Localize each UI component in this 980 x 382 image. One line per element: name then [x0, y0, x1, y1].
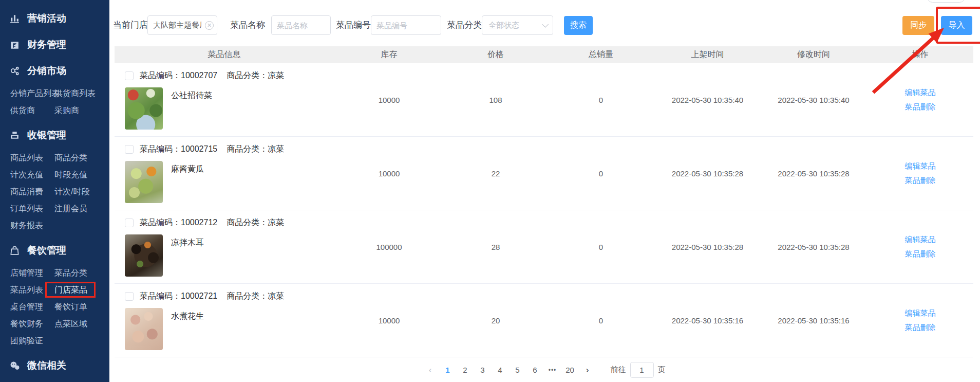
row-checkbox[interactable]	[125, 219, 134, 227]
dish-name: 凉拌木耳	[171, 238, 204, 277]
delete-dish-link[interactable]: 菜品删除	[905, 176, 936, 186]
delete-dish-link[interactable]: 菜品删除	[905, 102, 936, 112]
dish-info-cell: 菜品编码：10002707商品分类：凉菜 公社招待菜	[115, 63, 334, 136]
sidebar-item[interactable]: 餐饮订单	[54, 298, 109, 315]
table-header-row: 菜品信息 库存 价格 总销量 上架时间 修改时间 操作	[115, 46, 973, 63]
dish-photo	[125, 161, 163, 203]
row-checkbox[interactable]	[125, 145, 134, 154]
edit-dish-link[interactable]: 编辑菜品	[905, 161, 936, 171]
edit-dish-link[interactable]: 编辑菜品	[905, 88, 936, 98]
dish-code-input[interactable]	[371, 15, 441, 35]
chevron-right-icon[interactable]: ›	[580, 362, 595, 378]
sidebar-item[interactable]: 餐饮财务	[10, 315, 54, 332]
dish-name-input[interactable]	[271, 15, 331, 35]
red-highlight-box[interactable]: 门店菜品	[45, 282, 96, 298]
page-button-2[interactable]: 2	[458, 362, 473, 378]
sidebar-item[interactable]: 时段充值	[54, 166, 109, 183]
sidebar-item[interactable]: 粉丝管理	[54, 379, 109, 382]
modified-time-cell: 2022-05-30 10:35:28	[760, 137, 867, 210]
dish-code: 10002712	[181, 218, 217, 227]
listed-time-cell: 2022-05-30 10:35:28	[655, 137, 760, 210]
sidebar-section-label: 分销市场	[27, 64, 66, 78]
more-pages-icon[interactable]: •••	[545, 362, 560, 378]
page-button-3[interactable]: 3	[475, 362, 491, 378]
sidebar-section-label: 收银管理	[27, 129, 66, 142]
dish-code: 10002707	[181, 71, 217, 80]
delete-dish-link[interactable]: 菜品删除	[905, 249, 936, 259]
price-cell: 22	[444, 137, 547, 210]
sidebar-section-distribution[interactable]: 分销市场	[0, 58, 109, 84]
import-button[interactable]: 导入	[941, 16, 972, 35]
restaurant-bag-icon	[9, 245, 20, 256]
sidebar-section-label: 餐饮管理	[27, 244, 66, 257]
row-checkbox[interactable]	[125, 71, 134, 80]
sidebar-section-finance[interactable]: 财务管理	[0, 31, 109, 58]
table-row: 菜品编码：10002715商品分类：凉菜 麻酱黄瓜 10000 22 0 202…	[115, 137, 973, 210]
sidebar-section-label: 微信相关	[27, 359, 66, 372]
sidebar-item[interactable]: 财务报表	[10, 217, 54, 234]
sidebar-item-store-dishes[interactable]: 门店菜品	[54, 281, 109, 298]
category-select[interactable]: 全部状态	[482, 15, 553, 35]
chevron-left-icon[interactable]: ‹	[423, 362, 438, 378]
sidebar-items-distribution: 分销产品列表 供货商列表 供货商 采购商	[0, 84, 109, 122]
delete-dish-link[interactable]: 菜品删除	[905, 323, 936, 333]
sidebar-item[interactable]: 采购商	[54, 102, 109, 119]
price-cell: 28	[444, 210, 547, 283]
price-cell: 108	[444, 63, 547, 136]
sidebar-section-cashier[interactable]: 收银管理	[0, 122, 109, 148]
dish-info-cell: 菜品编码：10002715商品分类：凉菜 麻酱黄瓜	[115, 137, 334, 210]
sales-cell: 0	[547, 210, 655, 283]
page-button-1[interactable]: 1	[440, 362, 456, 378]
sales-cell: 0	[547, 284, 655, 357]
finance-icon	[9, 40, 20, 50]
sidebar-item[interactable]: 注册会员	[54, 200, 109, 217]
clear-store-icon[interactable]: ✕	[205, 21, 214, 30]
cashier-icon	[9, 130, 20, 141]
sidebar-section-label: 财务管理	[27, 38, 66, 51]
dish-code-prefix: 菜品编码：	[140, 71, 181, 80]
sidebar-section-restaurant[interactable]: 餐饮管理	[0, 237, 109, 263]
col-header-price: 价格	[444, 46, 547, 63]
table-row: 菜品编码：10002712商品分类：凉菜 凉拌木耳 100000 28 0 20…	[115, 210, 973, 284]
dish-category: 凉菜	[268, 144, 284, 153]
sidebar-item[interactable]: 商品分类	[54, 149, 109, 166]
dish-name: 水煮花生	[171, 311, 204, 350]
edit-dish-link[interactable]: 编辑菜品	[905, 308, 936, 318]
sidebar-item[interactable]: 授权管理	[10, 379, 54, 382]
sidebar-item[interactable]: 商品消费	[10, 183, 54, 200]
sidebar-item[interactable]: 菜品分类	[54, 264, 109, 281]
sidebar-item[interactable]: 计次/时段	[54, 183, 109, 200]
sidebar-item[interactable]: 计次充值	[10, 166, 54, 183]
dish-photo	[125, 234, 163, 277]
sidebar-item[interactable]: 点菜区域	[54, 315, 109, 332]
sidebar-item[interactable]: 商品列表	[10, 149, 54, 166]
sidebar-item[interactable]: 供货商	[10, 102, 54, 119]
page-button-5[interactable]: 5	[510, 362, 525, 378]
page-button-4[interactable]: 4	[493, 362, 508, 378]
stock-cell: 10000	[334, 137, 444, 210]
modified-time-cell: 2022-05-30 10:35:28	[760, 210, 867, 283]
sidebar-item[interactable]: 分销产品列表	[10, 85, 54, 102]
chevron-down-icon	[542, 21, 549, 28]
goto-page-input[interactable]	[630, 362, 654, 378]
page-button-6[interactable]: 6	[527, 362, 543, 378]
search-button[interactable]: 搜索	[564, 16, 593, 35]
dish-code-prefix: 菜品编码：	[140, 292, 181, 300]
row-checkbox[interactable]	[125, 292, 134, 301]
sidebar-item[interactable]: 桌台管理	[10, 298, 54, 315]
sales-cell: 0	[547, 63, 655, 136]
col-header-sales: 总销量	[547, 46, 655, 63]
edit-dish-link[interactable]: 编辑菜品	[905, 235, 936, 245]
col-header-listed-time: 上架时间	[655, 46, 760, 63]
modified-time-cell: 2022-05-30 10:35:16	[760, 284, 867, 357]
sidebar-item[interactable]: 订单列表	[10, 200, 54, 217]
sync-button[interactable]: 同步	[902, 16, 934, 35]
sidebar-item[interactable]: 团购验证	[10, 332, 54, 349]
store-filter-label: 当前门店	[113, 15, 148, 35]
sidebar-section-wechat[interactable]: 微信相关	[0, 352, 109, 378]
sidebar-section-marketing[interactable]: 营销活动	[0, 5, 109, 31]
page-button-last[interactable]: 20	[562, 362, 578, 378]
sidebar-item[interactable]: 供货商列表	[54, 85, 109, 102]
actions-cell: 编辑菜品 菜品删除	[867, 137, 973, 210]
sidebar-item[interactable]: 店铺管理	[10, 264, 54, 281]
